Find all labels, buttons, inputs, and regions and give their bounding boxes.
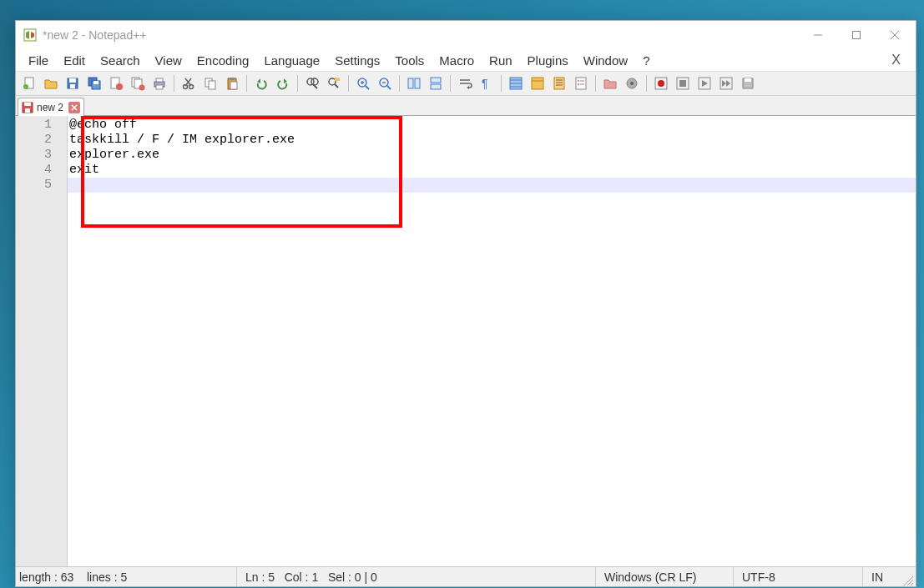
menu-settings[interactable]: Settings [327,51,387,70]
play-multi-icon[interactable] [716,73,736,93]
minimize-button[interactable] [799,23,837,48]
svg-rect-56 [554,78,564,89]
svg-rect-8 [69,78,76,83]
editor-area[interactable]: 12345 @echo offtaskkill / F / IM explore… [16,116,916,566]
line-number: 5 [16,178,67,193]
undo-icon[interactable] [251,73,271,93]
svg-point-24 [189,85,194,89]
toolbar: ¶ [16,71,916,96]
menu-file[interactable]: File [21,51,56,70]
folder-icon[interactable] [600,73,620,93]
close-all-icon[interactable] [128,73,148,93]
code-content[interactable]: @echo offtaskkill / F / IM explorer.exee… [68,116,916,566]
tab-modified-icon [22,102,33,113]
menu-search[interactable]: Search [93,51,148,70]
app-icon [23,28,38,43]
menu-help[interactable]: ? [635,51,657,70]
sync-h-icon[interactable] [426,73,446,93]
menu-encoding[interactable]: Encoding [189,51,257,70]
svg-rect-77 [25,108,30,113]
menu-view[interactable]: View [148,51,189,70]
desktop-background [0,0,15,588]
menu-language[interactable]: Language [256,51,327,70]
func-list-icon[interactable] [571,73,591,93]
status-eol[interactable]: Windows (CR LF) [596,567,734,586]
titlebar: *new 2 - Notepad++ [16,21,916,49]
svg-line-37 [366,86,369,89]
copy-icon[interactable] [200,73,220,93]
sync-v-icon[interactable] [404,73,424,93]
line-number: 4 [16,163,67,178]
svg-point-32 [311,78,318,85]
redo-icon[interactable] [273,73,293,93]
svg-rect-43 [408,78,413,88]
svg-rect-35 [335,78,340,81]
monitor-icon[interactable] [622,73,642,93]
code-line[interactable]: explorer.exe [68,148,916,163]
find-icon[interactable] [302,73,322,93]
code-line[interactable]: exit [68,163,916,178]
close-button[interactable] [876,23,914,48]
svg-point-6 [23,84,28,89]
svg-rect-74 [745,78,751,82]
record-icon[interactable] [651,73,671,93]
status-encoding[interactable]: UTF-8 [734,567,863,586]
menu-macro[interactable]: Macro [432,51,482,70]
tab-bar: new 2 [16,96,916,116]
svg-rect-46 [431,84,441,89]
wordwrap-icon[interactable] [455,73,475,93]
open-file-icon[interactable] [41,73,61,93]
svg-rect-19 [156,78,163,82]
svg-point-14 [116,83,123,90]
svg-point-17 [139,85,145,91]
status-length-lines: length : 63 lines : 5 [16,567,237,586]
svg-point-62 [578,83,579,85]
status-sel-value: 0 | 0 [355,570,377,584]
print-icon[interactable] [149,73,169,93]
tab-new-2[interactable]: new 2 [18,98,84,116]
indent-guide-icon[interactable] [506,73,526,93]
play-icon[interactable] [694,73,714,93]
status-lines-value: 5 [120,570,127,584]
menu-edit[interactable]: Edit [56,51,93,70]
svg-rect-9 [70,84,75,88]
menu-run[interactable]: Run [482,51,520,70]
save-macro-icon[interactable] [738,73,758,93]
doc-map-icon[interactable] [549,73,569,93]
user-lang-icon[interactable] [528,73,548,93]
replace-icon[interactable] [324,73,344,93]
menu-plugins[interactable]: Plugins [520,51,576,70]
resize-grip-icon[interactable] [901,573,914,586]
new-file-icon[interactable] [19,73,39,93]
maximize-button[interactable] [837,23,876,48]
svg-rect-26 [209,81,215,89]
svg-rect-70 [679,80,686,87]
code-line[interactable]: @echo off [68,118,916,133]
svg-line-82 [911,583,913,585]
menu-tools[interactable]: Tools [387,51,432,70]
window-controls [799,23,914,48]
menu-close-x[interactable]: X [881,50,911,70]
status-ln-value: 5 [268,570,275,584]
tab-close-icon[interactable] [68,102,80,113]
status-length-label: length : [19,570,58,584]
menubar: File Edit Search View Encoding Language … [16,49,916,71]
menu-window[interactable]: Window [576,51,635,70]
stop-icon[interactable] [673,73,693,93]
code-line[interactable] [68,178,916,193]
save-icon[interactable] [63,73,83,93]
save-all-icon[interactable] [84,73,104,93]
line-number: 2 [16,133,67,148]
status-insert-mode[interactable]: IN [863,567,891,586]
show-chars-icon[interactable]: ¶ [477,73,497,93]
zoom-in-icon[interactable] [353,73,373,93]
status-length-value: 63 [61,570,74,584]
svg-point-66 [630,82,634,85]
zoom-out-icon[interactable] [375,73,395,93]
close-file-icon[interactable] [106,73,126,93]
code-line[interactable]: taskkill / F / IM explorer.exe [68,133,916,148]
svg-rect-12 [93,81,98,84]
cut-icon[interactable] [179,73,199,93]
paste-icon[interactable] [222,73,242,93]
svg-line-41 [387,86,391,89]
